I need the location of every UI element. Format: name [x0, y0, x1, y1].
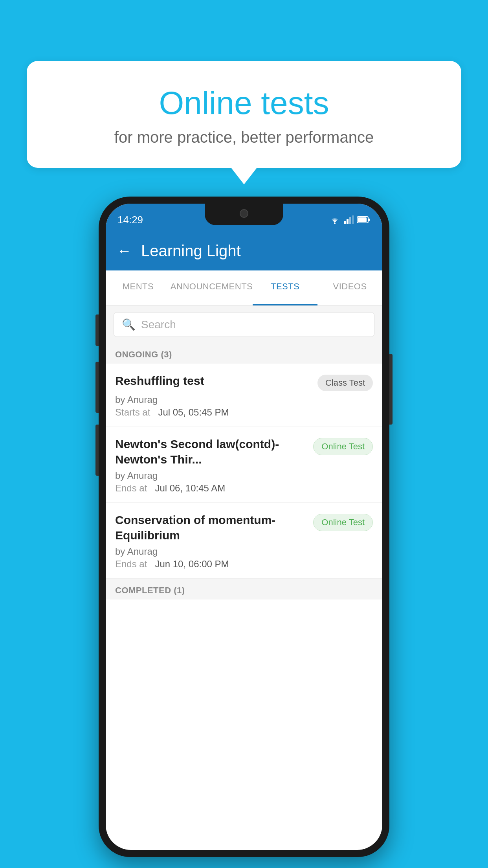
test-author-2: by Anurag — [115, 470, 373, 481]
test-date-3: Ends at Jun 10, 06:00 PM — [115, 559, 373, 570]
date-label-2: Ends at — [115, 483, 147, 493]
test-item-newtons[interactable]: Newton's Second law(contd)-Newton's Thir… — [106, 427, 382, 503]
speech-bubble: Online tests for more practice, better p… — [27, 61, 461, 168]
date-value: Jul 05, 05:45 PM — [158, 407, 229, 417]
phone-frame-container: 14:29 — [99, 197, 389, 857]
completed-section-header: COMPLETED (1) — [106, 579, 382, 600]
test-badge-online-2: Online Test — [313, 514, 373, 531]
ongoing-section-header: ONGOING (3) — [106, 343, 382, 364]
test-item-reshuffling[interactable]: Reshuffling test Class Test by Anurag St… — [106, 364, 382, 427]
test-author-3: by Anurag — [115, 546, 373, 557]
status-time: 14:29 — [117, 214, 143, 226]
bubble-title: Online tests — [46, 85, 442, 121]
tab-announcements[interactable]: ANNOUNCEMENTS — [171, 270, 253, 305]
date-value-3: Jun 10, 06:00 PM — [155, 559, 229, 569]
svg-point-0 — [334, 223, 336, 224]
phone-screen: 14:29 — [106, 204, 382, 850]
test-title: Reshuffling test — [115, 373, 204, 388]
tab-bar: MENTS ANNOUNCEMENTS TESTS VIDEOS — [106, 270, 382, 306]
status-icons — [329, 215, 371, 224]
app-title: Learning Light — [141, 242, 241, 260]
test-date: Starts at Jul 05, 05:45 PM — [115, 407, 373, 418]
wifi-icon — [329, 215, 341, 224]
test-item-header-2: Newton's Second law(contd)-Newton's Thir… — [115, 436, 373, 467]
completed-label: COMPLETED (1) — [115, 585, 185, 595]
phone-button-volume — [95, 314, 99, 346]
bubble-subtitle: for more practice, better performance — [46, 129, 442, 146]
date-value-2: Jul 06, 10:45 AM — [155, 483, 225, 493]
phone-notch — [205, 204, 283, 225]
tab-tests[interactable]: TESTS — [253, 270, 317, 305]
test-title-2: Newton's Second law(contd)-Newton's Thir… — [115, 436, 309, 467]
phone-camera — [240, 209, 248, 218]
phone-button-power — [389, 354, 393, 425]
battery-icon — [357, 216, 371, 224]
svg-rect-1 — [344, 221, 346, 224]
test-author: by Anurag — [115, 394, 373, 405]
svg-rect-7 — [368, 219, 370, 221]
test-badge-online-1: Online Test — [313, 438, 373, 455]
app-bar: ← Learning Light — [106, 231, 382, 270]
svg-rect-4 — [352, 215, 354, 224]
test-title-3: Conservation of momentum-Equilibrium — [115, 512, 309, 543]
test-date-2: Ends at Jul 06, 10:45 AM — [115, 483, 373, 494]
svg-rect-6 — [358, 217, 367, 222]
date-label-3: Ends at — [115, 559, 147, 569]
phone-button-vol-down — [95, 425, 99, 476]
phone-button-vol-up — [95, 362, 99, 413]
tab-ments[interactable]: MENTS — [106, 270, 171, 305]
search-bar[interactable]: 🔍 Search — [114, 312, 374, 337]
search-icon: 🔍 — [122, 318, 136, 331]
test-item-header: Reshuffling test Class Test — [115, 373, 373, 391]
test-item-header-3: Conservation of momentum-Equilibrium Onl… — [115, 512, 373, 543]
tab-videos[interactable]: VIDEOS — [317, 270, 382, 305]
search-container: 🔍 Search — [106, 306, 382, 343]
test-badge-class: Class Test — [317, 375, 373, 391]
search-placeholder: Search — [141, 318, 176, 331]
signal-icon — [344, 215, 354, 224]
svg-rect-2 — [347, 219, 349, 224]
ongoing-label: ONGOING (3) — [115, 349, 172, 359]
test-item-conservation[interactable]: Conservation of momentum-Equilibrium Onl… — [106, 503, 382, 579]
date-label: Starts at — [115, 407, 150, 417]
back-button[interactable]: ← — [117, 243, 132, 259]
svg-rect-3 — [349, 217, 351, 224]
